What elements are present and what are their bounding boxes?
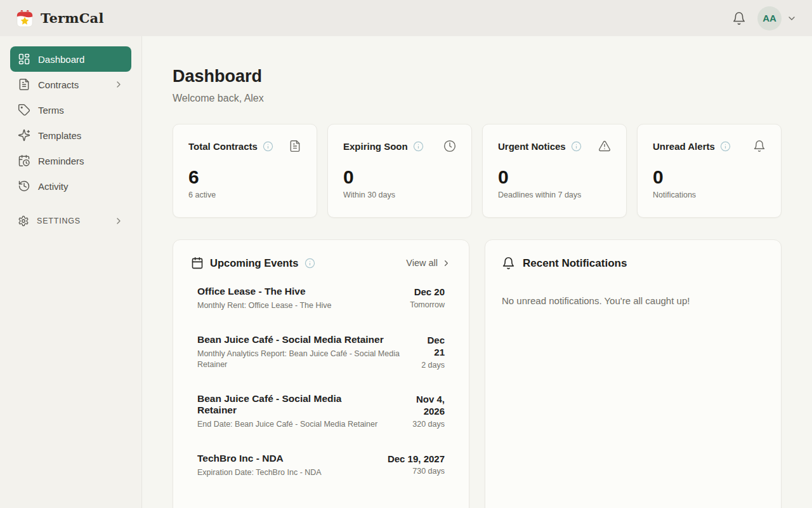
upcoming-events-title: Upcoming Events bbox=[210, 257, 298, 269]
tag-icon bbox=[18, 104, 30, 116]
sidebar-item-dashboard[interactable]: Dashboard bbox=[10, 46, 131, 72]
calendar-star-logo-icon bbox=[15, 9, 34, 28]
stat-value: 0 bbox=[653, 168, 766, 187]
bell-icon bbox=[502, 257, 515, 270]
upcoming-events-panel: Upcoming Events View all Office Lease - … bbox=[173, 239, 469, 508]
panels-row: Upcoming Events View all Office Lease - … bbox=[173, 239, 782, 508]
bell-icon bbox=[753, 140, 766, 152]
event-date: Dec 21 bbox=[416, 334, 445, 359]
event-list-item[interactable]: Office Lease - The Hive Monthly Rent: Of… bbox=[188, 278, 454, 319]
stat-value: 0 bbox=[343, 168, 456, 187]
stat-subtext: Within 30 days bbox=[343, 190, 456, 199]
stat-card-expiring-soon: Expiring Soon 0 Within 30 days bbox=[327, 124, 472, 218]
event-days-remaining: 2 days bbox=[416, 361, 445, 370]
file-text-icon bbox=[18, 78, 30, 91]
stat-subtext: Deadlines within 7 days bbox=[498, 190, 611, 199]
top-bar-right: AA bbox=[732, 6, 797, 30]
sidebar-item-label: Contracts bbox=[38, 79, 79, 90]
sidebar-item-settings[interactable]: SETTINGS bbox=[10, 208, 131, 234]
sidebar-item-terms[interactable]: Terms bbox=[10, 97, 131, 123]
info-icon[interactable] bbox=[304, 258, 315, 269]
alert-triangle-icon bbox=[598, 140, 611, 152]
event-list-item[interactable]: TechBro Inc - NDA Expiration Date: TechB… bbox=[188, 445, 454, 486]
event-subtitle: Monthly Rent: Office Lease - The Hive bbox=[197, 300, 400, 311]
info-icon[interactable] bbox=[720, 141, 731, 152]
event-subtitle: Monthly Analytics Report: Bean Juice Caf… bbox=[197, 349, 406, 370]
info-icon[interactable] bbox=[571, 141, 582, 152]
sidebar-item-activity[interactable]: Activity bbox=[10, 173, 131, 199]
avatar[interactable]: AA bbox=[757, 6, 782, 30]
stat-value: 6 bbox=[188, 168, 301, 187]
calendar-clock-icon bbox=[18, 154, 30, 167]
stat-card-unread-alerts: Unread Alerts 0 Notifications bbox=[637, 124, 782, 218]
stat-label: Expiring Soon bbox=[343, 141, 408, 152]
event-title: TechBro Inc - NDA bbox=[197, 453, 377, 464]
event-list-item[interactable]: Bean Juice Café - Social Media Retainer … bbox=[188, 385, 454, 438]
event-date: Nov 4, 2026 bbox=[393, 393, 445, 418]
bell-icon bbox=[732, 11, 746, 25]
sidebar-item-reminders[interactable]: Reminders bbox=[10, 148, 131, 173]
sidebar-item-label: Templates bbox=[38, 130, 81, 141]
notifications-empty-message: No unread notifications. You're all caug… bbox=[502, 295, 764, 306]
chevron-down-icon bbox=[787, 13, 797, 23]
chevron-right-icon bbox=[442, 258, 451, 268]
event-title: Bean Juice Café - Social Media Retainer bbox=[197, 393, 383, 416]
sidebar-item-templates[interactable]: Templates bbox=[10, 123, 131, 148]
dashboard-grid-icon bbox=[18, 53, 30, 65]
stat-label: Urgent Notices bbox=[498, 141, 566, 152]
stat-cards-row: Total Contracts 6 6 active Expiring Soon bbox=[173, 124, 782, 218]
event-date: Dec 20 bbox=[410, 286, 445, 298]
event-subtitle: Expiration Date: TechBro Inc - NDA bbox=[197, 467, 377, 478]
stat-subtext: Notifications bbox=[653, 190, 766, 199]
chevron-right-icon bbox=[114, 79, 124, 90]
calendar-icon bbox=[191, 257, 204, 269]
sparkles-icon bbox=[18, 129, 30, 142]
event-days-remaining: 320 days bbox=[393, 420, 445, 429]
stat-label: Unread Alerts bbox=[653, 141, 715, 152]
stat-value: 0 bbox=[498, 168, 611, 187]
stat-card-urgent-notices: Urgent Notices 0 Deadlines within 7 days bbox=[482, 124, 627, 218]
chevron-right-icon bbox=[114, 216, 124, 226]
sidebar-settings-label: SETTINGS bbox=[37, 217, 81, 225]
recent-notifications-panel: Recent Notifications No unread notificat… bbox=[485, 239, 782, 508]
stat-label: Total Contracts bbox=[188, 141, 258, 152]
sidebar-item-label: Terms bbox=[38, 105, 64, 116]
top-bar: TermCal AA bbox=[0, 0, 812, 36]
user-menu[interactable]: AA bbox=[757, 6, 797, 30]
view-all-button[interactable]: View all bbox=[406, 258, 451, 268]
events-list: Office Lease - The Hive Monthly Rent: Of… bbox=[188, 278, 454, 485]
event-days-remaining: 730 days bbox=[388, 467, 445, 476]
event-date: Dec 19, 2027 bbox=[388, 453, 445, 465]
history-icon bbox=[18, 180, 30, 192]
main-content: Dashboard Welcome back, Alex Total Contr… bbox=[142, 36, 812, 508]
page-title: Dashboard bbox=[173, 67, 782, 86]
app-name: TermCal bbox=[41, 10, 104, 26]
clock-icon bbox=[443, 140, 456, 152]
event-title: Bean Juice Café - Social Media Retainer bbox=[197, 334, 406, 345]
event-subtitle: End Date: Bean Juice Café - Social Media… bbox=[197, 419, 383, 430]
app-logo[interactable]: TermCal bbox=[15, 9, 104, 28]
event-list-item[interactable]: Bean Juice Café - Social Media Retainer … bbox=[188, 326, 454, 378]
file-icon bbox=[289, 140, 301, 152]
sidebar-item-label: Activity bbox=[38, 181, 69, 192]
event-days-remaining: Tomorrow bbox=[410, 300, 445, 309]
info-icon[interactable] bbox=[263, 141, 273, 152]
sidebar: Dashboard Contracts Terms Templates Remi… bbox=[0, 36, 142, 508]
sidebar-item-contracts[interactable]: Contracts bbox=[10, 72, 131, 97]
stat-subtext: 6 active bbox=[188, 190, 301, 199]
notifications-bell-button[interactable] bbox=[732, 11, 746, 25]
info-icon[interactable] bbox=[413, 141, 424, 152]
sidebar-item-label: Reminders bbox=[38, 156, 84, 166]
welcome-message: Welcome back, Alex bbox=[173, 93, 782, 104]
recent-notifications-title: Recent Notifications bbox=[523, 257, 627, 270]
gear-icon bbox=[18, 215, 29, 227]
stat-card-total-contracts: Total Contracts 6 6 active bbox=[173, 124, 317, 218]
event-title: Office Lease - The Hive bbox=[197, 286, 400, 297]
view-all-label: View all bbox=[406, 258, 438, 268]
sidebar-item-label: Dashboard bbox=[38, 54, 84, 65]
